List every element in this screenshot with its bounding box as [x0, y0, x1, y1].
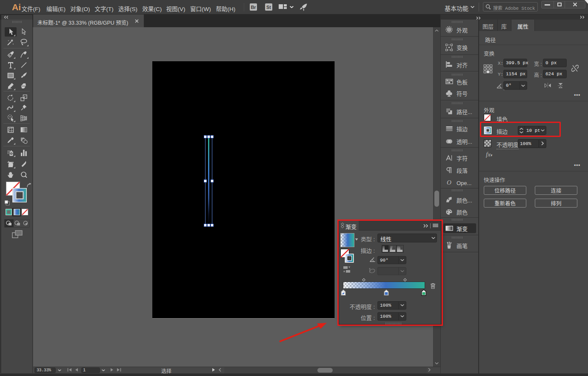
svg-text:O: O: [447, 179, 451, 186]
